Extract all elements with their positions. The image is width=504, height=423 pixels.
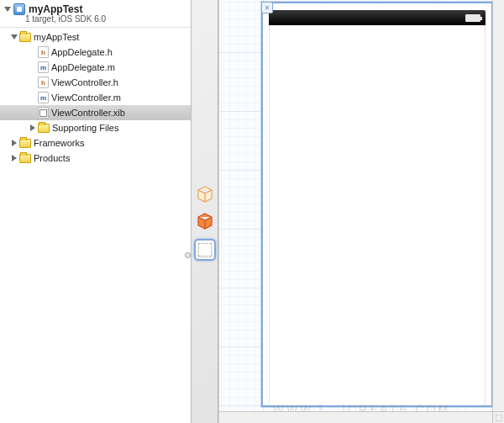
device-view-frame[interactable]: × — [261, 2, 493, 407]
tree-file-selected[interactable]: ViewController.xib — [0, 105, 191, 120]
disclosure-triangle-icon[interactable] — [4, 7, 11, 12]
files-owner-icon[interactable] — [196, 185, 214, 204]
folder-icon — [38, 124, 50, 133]
project-navigator: myAppTest 1 target, iOS SDK 6.0 myAppTes… — [0, 0, 192, 423]
disclosure-triangle-icon[interactable] — [30, 124, 35, 131]
project-header[interactable]: myAppTest 1 target, iOS SDK 6.0 — [0, 0, 191, 28]
root-uiview[interactable] — [269, 25, 486, 405]
impl-file-icon: m — [38, 61, 49, 73]
ib-dock — [192, 0, 218, 423]
tree-group-app[interactable]: myAppTest — [0, 29, 191, 45]
svg-rect-0 — [496, 415, 502, 421]
project-subtitle: 1 target, iOS SDK 6.0 — [25, 14, 187, 24]
impl-file-icon: m — [38, 92, 49, 103]
tree-label: Products — [34, 153, 70, 163]
disclosure-triangle-icon[interactable] — [12, 155, 17, 161]
folder-icon — [19, 33, 31, 42]
tree-file[interactable]: h AppDelegate.h — [0, 45, 191, 60]
first-responder-icon[interactable] — [196, 212, 214, 230]
tree-label: ViewController.m — [51, 93, 121, 103]
simulated-status-bar — [269, 10, 486, 25]
tree-label: myAppTest — [34, 32, 79, 42]
file-tree: myAppTest h AppDelegate.h m AppDelegate.… — [0, 28, 191, 423]
header-file-icon: h — [38, 46, 49, 58]
tree-label: Supporting Files — [52, 123, 119, 133]
tree-group-supporting[interactable]: Supporting Files — [0, 120, 191, 135]
disclosure-triangle-icon[interactable] — [11, 34, 18, 40]
disclosure-triangle-icon[interactable] — [12, 140, 17, 146]
xcode-project-icon — [13, 3, 25, 15]
tree-file[interactable]: h ViewController.h — [0, 75, 191, 90]
tree-group-frameworks[interactable]: Frameworks — [0, 135, 191, 151]
dock-expand-handle[interactable] — [185, 252, 191, 258]
folder-icon — [19, 154, 31, 163]
ib-canvas[interactable]: × WWW.[...]CREATE.COM — [218, 0, 504, 423]
battery-icon — [465, 14, 480, 22]
tree-label: AppDelegate.m — [51, 62, 115, 72]
size-grip-icon[interactable] — [492, 411, 504, 423]
close-scene-button[interactable]: × — [261, 2, 273, 13]
tree-file[interactable]: m AppDelegate.m — [0, 60, 191, 75]
tree-label: ViewController.h — [51, 77, 118, 87]
tree-label: ViewController.xib — [51, 108, 125, 118]
vertical-scrollbar[interactable] — [492, 0, 504, 411]
header-file-icon: h — [38, 77, 49, 88]
xib-file-icon — [38, 107, 49, 119]
horizontal-scrollbar[interactable] — [219, 411, 492, 423]
view-object-icon[interactable] — [194, 239, 216, 261]
tree-label: Frameworks — [34, 138, 85, 148]
tree-label: AppDelegate.h — [51, 47, 113, 57]
project-name: myAppTest — [29, 3, 82, 15]
tree-file[interactable]: m ViewController.m — [0, 90, 191, 105]
tree-group-products[interactable]: Products — [0, 151, 191, 166]
folder-icon — [19, 139, 31, 148]
xcode-window: myAppTest 1 target, iOS SDK 6.0 myAppTes… — [0, 0, 504, 423]
